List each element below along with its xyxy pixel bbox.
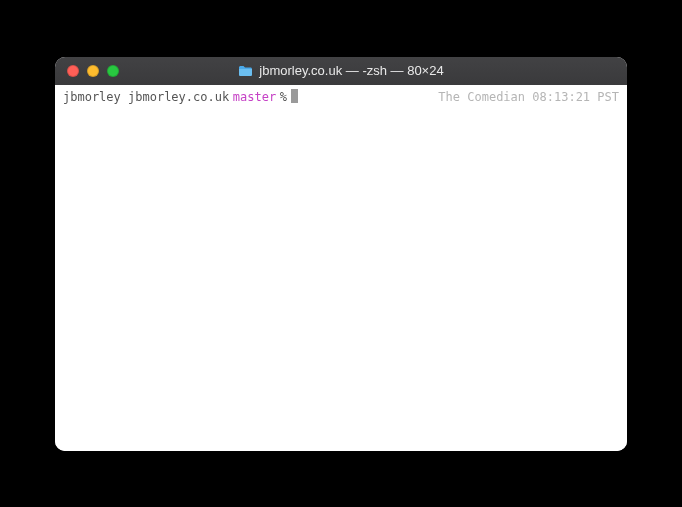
terminal-body[interactable]: jbmorley jbmorley.co.uk master % The Com… [55, 85, 627, 451]
right-prompt-time: 08:13:21 [532, 90, 590, 104]
terminal-cursor [291, 89, 298, 103]
prompt-right: The Comedian 08:13:21 PST [438, 89, 619, 106]
window-title-wrap: jbmorley.co.uk — -zsh — 80×24 [55, 63, 627, 78]
minimize-button[interactable] [87, 65, 99, 77]
close-button[interactable] [67, 65, 79, 77]
folder-icon [238, 65, 253, 77]
prompt-host: jbmorley.co.uk [128, 89, 229, 106]
titlebar[interactable]: jbmorley.co.uk — -zsh — 80×24 [55, 57, 627, 85]
prompt-symbol: % [276, 89, 287, 106]
prompt-separator [121, 89, 128, 106]
prompt-user: jbmorley [63, 89, 121, 106]
traffic-lights [55, 65, 119, 77]
prompt-left: jbmorley jbmorley.co.uk master % [63, 89, 298, 106]
right-prompt-hostname: The Comedian [438, 90, 525, 104]
right-prompt-tz: PST [597, 90, 619, 104]
prompt-line: jbmorley jbmorley.co.uk master % The Com… [63, 89, 619, 106]
terminal-window: jbmorley.co.uk — -zsh — 80×24 jbmorley j… [55, 57, 627, 451]
window-title: jbmorley.co.uk — -zsh — 80×24 [259, 63, 443, 78]
zoom-button[interactable] [107, 65, 119, 77]
prompt-git-branch: master [229, 89, 276, 106]
